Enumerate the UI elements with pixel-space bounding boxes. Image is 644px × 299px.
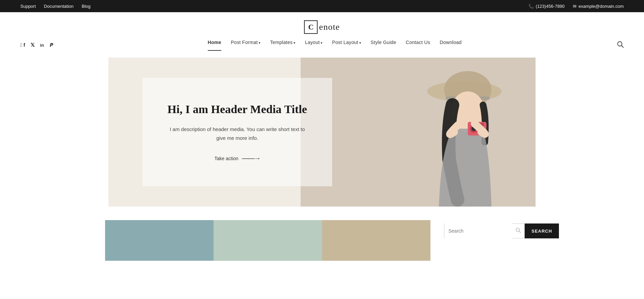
bottom-images	[105, 220, 430, 261]
bottom-image-2	[214, 220, 322, 261]
nav-section:  f 𝕏 in 𝙋 Home Post Format▾ Templates▾	[0, 39, 644, 51]
bottom-image-1	[105, 220, 214, 261]
pinterest-icon[interactable]: 𝙋	[49, 42, 53, 48]
logo-letter: C	[304, 20, 318, 34]
hero-image	[301, 58, 536, 207]
phone-icon: 📞	[528, 4, 534, 9]
logo-section: C enote	[0, 12, 644, 39]
hero-cta-button[interactable]: Take action ——→	[215, 154, 260, 162]
bottom-section: SEARCH	[0, 220, 644, 261]
nav-link-download[interactable]: Download	[440, 40, 462, 45]
twitter-icon[interactable]: 𝕏	[31, 42, 35, 48]
social-icons:  f 𝕏 in 𝙋	[20, 42, 53, 48]
email-address: example@domain.com	[579, 4, 624, 9]
svg-line-11	[519, 231, 521, 233]
bottom-image-3	[322, 220, 430, 261]
top-bar: Support Documentation Blog 📞 (123)456-78…	[0, 0, 644, 12]
logo[interactable]: C enote	[304, 20, 340, 34]
search-input[interactable]	[444, 223, 512, 238]
nav-link-home[interactable]: Home	[208, 40, 221, 45]
hero-description: I am description of header media. You ca…	[166, 125, 308, 142]
hero-title: Hi, I am Header Media Title	[167, 102, 307, 117]
email-icon: ✉	[573, 4, 577, 9]
nav-item-download[interactable]: Download	[440, 39, 462, 51]
nav-link-post-layout[interactable]: Post Layout▾	[332, 40, 361, 45]
svg-line-1	[621, 45, 623, 47]
blog-link[interactable]: Blog	[82, 4, 90, 9]
nav-link-contact[interactable]: Contact Us	[406, 40, 430, 45]
hero-cta-arrow: ——→	[242, 154, 260, 162]
nav-item-post-format[interactable]: Post Format▾	[231, 39, 261, 51]
search-icon	[512, 228, 524, 234]
nav-link-style-guide[interactable]: Style Guide	[370, 40, 396, 45]
facebook-icon[interactable]:  f	[20, 42, 25, 48]
nav-item-templates[interactable]: Templates▾	[270, 39, 296, 51]
hero-section: Hi, I am Header Media Title I am descrip…	[108, 58, 536, 207]
documentation-link[interactable]: Documentation	[44, 4, 74, 9]
top-bar-contact: 📞 (123)456-7890 ✉ example@domain.com	[528, 4, 624, 9]
nav-link-layout[interactable]: Layout▾	[305, 40, 323, 45]
nav-link-post-format[interactable]: Post Format▾	[231, 40, 261, 45]
nav-item-home[interactable]: Home	[208, 39, 221, 51]
phone-info: 📞 (123)456-7890	[528, 4, 565, 9]
nav-item-contact[interactable]: Contact Us	[406, 39, 430, 51]
top-bar-links: Support Documentation Blog	[20, 4, 90, 9]
search-button[interactable]: SEARCH	[525, 223, 559, 238]
nav-link-templates[interactable]: Templates▾	[270, 40, 296, 45]
hero-cta-label: Take action	[215, 156, 239, 161]
nav-item-style-guide[interactable]: Style Guide	[370, 39, 396, 51]
search-toggle[interactable]	[617, 41, 624, 49]
phone-number: (123)456-7890	[536, 4, 565, 9]
nav-item-post-layout[interactable]: Post Layout▾	[332, 39, 361, 51]
hero-content: Hi, I am Header Media Title I am descrip…	[142, 78, 332, 186]
support-link[interactable]: Support	[20, 4, 36, 9]
logo-name: enote	[319, 22, 340, 32]
main-nav: Home Post Format▾ Templates▾ Layout▾ Pos…	[208, 39, 462, 51]
email-info: ✉ example@domain.com	[573, 4, 624, 9]
woman-illustration	[386, 58, 522, 207]
search-input-wrap	[444, 223, 525, 238]
nav-item-layout[interactable]: Layout▾	[305, 39, 323, 51]
linkedin-icon[interactable]: in	[40, 42, 44, 48]
search-area: SEARCH	[444, 220, 559, 261]
